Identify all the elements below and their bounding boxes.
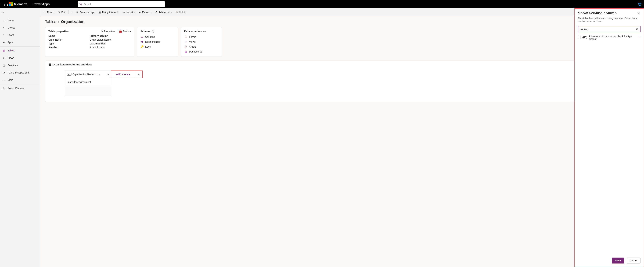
cmd-create-app[interactable]: ⊞ Create an app	[75, 10, 96, 14]
required-indicator: *	[95, 73, 96, 76]
microsoft-logo[interactable]: Microsoft	[9, 2, 28, 6]
nav-apps[interactable]: ⊞ Apps	[0, 39, 40, 46]
data-experiences-card: Data experiences ☰ Forms ▢ Views 📈 Chart…	[181, 27, 222, 57]
schema-keys[interactable]: 🔑 Keys	[140, 44, 175, 49]
table-empty-row	[65, 86, 111, 96]
dxp-forms-label: Forms	[189, 36, 196, 38]
nav-tables[interactable]: ▦ Tables	[0, 47, 40, 54]
column-header-org-name[interactable]: Abc Organization Name * ↑ ▾ ✎	[65, 71, 111, 78]
cmd-delete[interactable]: 🗑 Delete	[174, 10, 188, 14]
cmd-using-table[interactable]: ▦ Using this table	[98, 10, 120, 14]
result-checkbox[interactable]	[578, 36, 581, 39]
prop-primary-col-label: Primary column	[90, 35, 131, 37]
more-icon: ⋯	[2, 79, 5, 81]
schema-relationships[interactable]: ⇉ Relationships	[140, 39, 175, 44]
dxp-views[interactable]: ▢ Views	[184, 39, 219, 44]
nav-home-label: Home	[8, 19, 14, 22]
chevron-down-icon: ▾	[54, 11, 54, 13]
nav-more-label: More	[8, 79, 13, 81]
properties-button[interactable]: ⚙ Properties	[101, 30, 115, 33]
chevron-down-icon[interactable]: ▾	[99, 74, 100, 75]
import-icon: ⇥	[123, 11, 125, 14]
column-search[interactable]: ✕	[578, 26, 640, 32]
microsoft-logo-text: Microsoft	[14, 3, 28, 6]
schema-columns[interactable]: ▭ Columns	[140, 35, 175, 39]
close-icon[interactable]: ✕	[636, 11, 640, 16]
global-search[interactable]	[78, 2, 165, 7]
cmd-edit-split[interactable]: ▾	[70, 11, 74, 14]
table-row[interactable]: mattsdevenvironment	[65, 78, 111, 86]
info-icon[interactable]: i	[152, 30, 154, 33]
prop-primary-col-value: Organization Name	[90, 38, 131, 41]
tools-label: Tools	[123, 30, 129, 33]
chevron-down-icon: ▾	[134, 11, 135, 13]
column-icon: ▭	[140, 36, 144, 38]
cmd-new[interactable]: ＋ New ▾	[42, 10, 56, 15]
power-platform-icon: ⛭	[2, 87, 5, 90]
table-properties-title: Table properties	[48, 30, 69, 33]
pencil-icon[interactable]: ✎	[107, 73, 109, 76]
dxp-charts[interactable]: 📈 Charts	[184, 44, 219, 49]
chevron-down-icon: ▾	[129, 74, 130, 75]
prop-last-mod-value: 2 months ago	[90, 46, 131, 49]
more-columns-label: +441 more	[116, 73, 128, 76]
breadcrumb-root[interactable]: Tables	[45, 20, 56, 24]
cmd-delete-label: Delete	[179, 11, 186, 14]
required-indicator: *	[640, 36, 640, 39]
cmd-export[interactable]: ⇤ Export ▾	[138, 10, 153, 14]
dxp-forms[interactable]: ☰ Forms	[184, 35, 219, 39]
nav-toggle[interactable]: ≡	[0, 8, 40, 17]
nav-flows[interactable]: ↯ Flows	[0, 54, 40, 62]
cell-org-name: mattsdevenvironment	[68, 81, 91, 84]
relationship-icon: ⇉	[140, 41, 144, 43]
toggle-icon	[582, 36, 587, 39]
nav-home[interactable]: ⌂ Home	[0, 17, 40, 24]
nav-synapse[interactable]: ◔ Azure Synapse Link	[0, 69, 40, 76]
export-icon: ⇤	[139, 11, 141, 14]
clear-search-icon[interactable]: ✕	[635, 28, 639, 31]
nav-flows-label: Flows	[8, 57, 14, 59]
more-columns-button[interactable]: +441 more ▾	[111, 71, 135, 78]
dxp-title: Data experiences	[184, 30, 206, 33]
app-launcher-icon[interactable]: ⋮⋮⋮	[1, 2, 8, 6]
nav-solutions[interactable]: ◫ Solutions	[0, 62, 40, 69]
properties-label: Properties	[104, 30, 115, 33]
table-icon: ▦	[99, 11, 101, 14]
cancel-button[interactable]: Cancel	[626, 257, 640, 263]
nav-learn[interactable]: ▯ Learn	[0, 31, 40, 39]
app-title[interactable]: Power Apps	[33, 3, 50, 6]
prop-name-label: Name	[48, 35, 90, 37]
solutions-icon: ◫	[2, 64, 5, 67]
add-column-button[interactable]: ＋	[135, 71, 142, 78]
nav-power-platform[interactable]: ⛭ Power Platform	[0, 85, 40, 92]
dxp-dashboards[interactable]: ▦ Dashboards	[184, 49, 219, 54]
trash-icon: 🗑	[176, 11, 178, 14]
save-button[interactable]: Save	[612, 257, 624, 263]
home-icon: ⌂	[2, 19, 5, 22]
cmd-import[interactable]: ⇥ Import ▾	[122, 10, 137, 14]
column-search-input[interactable]	[580, 28, 635, 31]
column-result-row[interactable]: Allow users to provide feedback for App …	[578, 35, 640, 41]
chevron-down-icon: ▾	[171, 11, 172, 13]
cmd-edit[interactable]: ✎ Edit	[57, 10, 67, 14]
environment-icon[interactable]: 🌐	[638, 3, 642, 6]
nav-more[interactable]: ⋯ More	[0, 76, 40, 84]
advanced-icon: ⚙	[155, 11, 158, 14]
global-search-input[interactable]	[83, 3, 163, 6]
show-existing-column-panel: Show existing column ✕ This table has ad…	[574, 8, 644, 267]
cmd-advanced[interactable]: ⚙ Advanced ▾	[154, 10, 173, 14]
cmd-edit-label: Edit	[61, 11, 66, 14]
tools-button[interactable]: 🧰 Tools ▾	[119, 30, 131, 33]
command-bar: ＋ New ▾ ✎ Edit ▾ ⊞ Create an app ▦ Using…	[40, 8, 644, 16]
data-panel-title: Organization columns and data	[52, 63, 92, 66]
prop-type-label: Type	[48, 42, 90, 45]
chevron-down-icon: ▾	[72, 11, 72, 13]
svg-point-0	[80, 3, 81, 4]
schema-columns-label: Columns	[145, 36, 155, 38]
column-header-label: Organization Name	[72, 73, 94, 76]
schema-card: Schema i ▭ Columns ⇉ Relationships 🔑 Key…	[137, 27, 178, 57]
columns-and-data-panel: ▦ Organization columns and data Abc Orga…	[45, 61, 639, 102]
toolbox-icon: 🧰	[119, 30, 122, 33]
nav-create[interactable]: ＋ Create	[0, 24, 40, 31]
search-icon	[79, 3, 82, 6]
